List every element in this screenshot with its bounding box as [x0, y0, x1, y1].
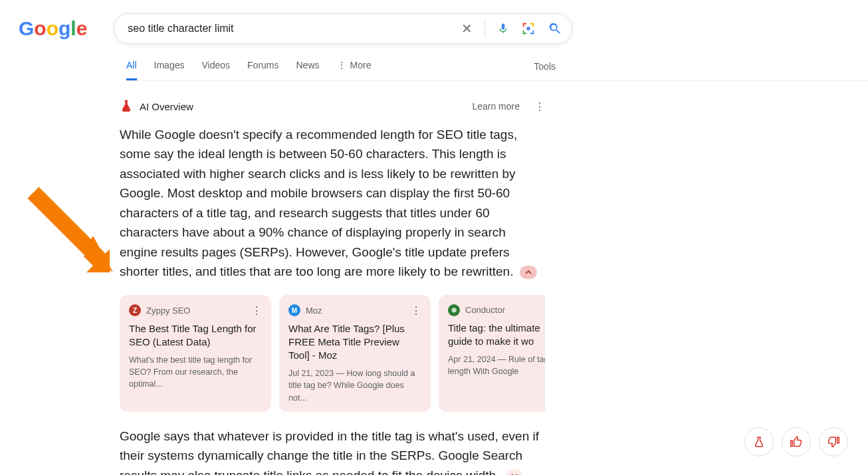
favicon-icon: M — [288, 304, 300, 316]
thumbs-up-button[interactable] — [782, 427, 811, 456]
favicon-icon: Z — [129, 304, 141, 316]
card-title: What Are Title Tags? [Plus FREE Meta Tit… — [288, 322, 421, 363]
tab-all[interactable]: All — [126, 60, 137, 80]
card-site: Moz — [306, 306, 322, 316]
card-menu-icon[interactable]: ⋮ — [411, 304, 421, 317]
svg-rect-5 — [523, 31, 524, 35]
card-site: Zyppy SEO — [146, 306, 190, 316]
divider — [485, 20, 485, 37]
svg-point-8 — [527, 27, 531, 31]
search-bar[interactable]: ✕ — [114, 13, 572, 44]
ai-overview-menu-icon[interactable]: ⋮ — [534, 100, 545, 113]
source-card[interactable]: M Moz ⋮ What Are Title Tags? [Plus FREE … — [279, 295, 431, 412]
annotation-arrow-icon — [20, 186, 113, 279]
tab-more[interactable]: ⋮More — [337, 60, 372, 80]
card-site: Conductor — [465, 305, 505, 315]
ai-overview-paragraph-2: Google says that whatever is provided in… — [120, 427, 545, 475]
card-desc: What's the best title tag length for SEO… — [129, 354, 262, 390]
tab-images[interactable]: Images — [154, 60, 185, 80]
flask-icon — [120, 100, 133, 113]
learn-more-link[interactable]: Learn more — [472, 101, 520, 112]
lens-icon[interactable] — [521, 21, 536, 36]
search-input[interactable] — [128, 23, 461, 35]
search-icon[interactable] — [548, 21, 562, 36]
google-logo[interactable]: Google — [19, 17, 87, 40]
card-title: Title tag: the ultimate guide to make it… — [448, 322, 545, 349]
card-menu-icon[interactable]: ⋮ — [251, 304, 262, 317]
ai-overview-title: AI Overview — [140, 101, 193, 112]
svg-rect-3 — [533, 23, 534, 27]
tab-forums[interactable]: Forums — [247, 60, 278, 80]
collapse-chip[interactable] — [520, 266, 537, 279]
tools-button[interactable]: Tools — [534, 61, 556, 80]
svg-rect-7 — [533, 31, 534, 35]
card-title: The Best Title Tag Length for SEO (Lates… — [129, 322, 262, 349]
source-cards: Z Zyppy SEO ⋮ The Best Title Tag Length … — [120, 295, 545, 412]
svg-rect-1 — [523, 23, 524, 27]
ai-overview-paragraph: While Google doesn't specify a recommend… — [120, 125, 545, 282]
source-card[interactable]: Z Zyppy SEO ⋮ The Best Title Tag Length … — [120, 295, 271, 412]
expand-chip[interactable] — [506, 469, 523, 475]
card-desc: Apr 21, 2024 — Rule of tag length With G… — [448, 353, 545, 377]
tab-news[interactable]: News — [296, 60, 320, 80]
svg-rect-12 — [125, 100, 128, 102]
thumbs-down-button[interactable] — [819, 427, 848, 456]
favicon-icon: ⊕ — [448, 304, 460, 316]
source-card[interactable]: ⊕ Conductor Title tag: the ultimate guid… — [439, 295, 545, 412]
tab-videos[interactable]: Videos — [201, 60, 230, 80]
clear-icon[interactable]: ✕ — [461, 21, 473, 37]
mic-icon[interactable] — [497, 21, 509, 36]
feedback-flask-button[interactable] — [744, 427, 774, 456]
card-desc: Jul 21, 2023 — How long should a title t… — [288, 367, 421, 403]
